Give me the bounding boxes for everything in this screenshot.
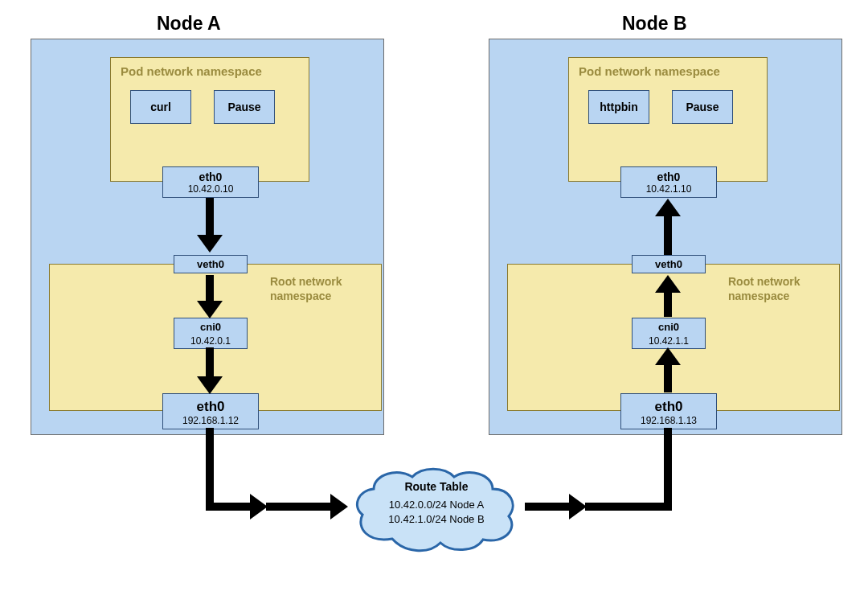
path-b-arrow1 [569,494,587,519]
cni0-a: cni0 10.42.0.1 [174,318,248,349]
route-2: 10.42.1.0/24 Node B [348,512,525,527]
path-b-h2 [585,503,672,511]
cni0-b: cni0 10.42.1.1 [632,318,706,349]
path-a-down [206,428,214,507]
node-b-pod-namespace: Pod network namespace httpbin Pause [568,57,768,182]
root-ns-label-b: Root networknamespace [728,274,825,303]
app-pause-a: Pause [214,90,275,124]
arrow-b-1-head [655,199,681,216]
arrow-a-2-head [197,301,223,318]
host-eth0-a-name: eth0 [163,394,258,415]
arrow-a-3-head [197,376,223,394]
cni0-a-name: cni0 [174,318,247,335]
cni0-b-ip: 10.42.1.1 [633,335,705,348]
path-a-arrow2 [330,494,348,519]
host-eth0-b-name: eth0 [621,394,716,415]
arrow-b-2-head [655,275,681,293]
path-b-h1 [525,503,571,511]
veth0-b: veth0 [632,255,706,273]
arrow-a-3-seg [206,347,214,378]
app-httpbin: httpbin [588,90,649,124]
veth0-b-name: veth0 [633,256,705,273]
cni0-b-name: cni0 [633,318,705,335]
title-node-b: Node B [622,13,687,35]
pod-eth0-b-ip: 10.42.1.10 [621,183,716,197]
host-eth0-b: eth0 192.168.1.13 [620,393,717,429]
pod-eth0-a: eth0 10.42.0.10 [162,166,259,198]
pod-eth0-b: eth0 10.42.1.10 [620,166,717,198]
path-b-up [664,428,672,511]
arrow-a-1-seg [206,198,214,236]
root-ns-label-a: Root networknamespace [270,274,366,303]
diagram-canvas: Node A Node B Pod network namespace curl… [0,0,868,616]
node-a-pod-namespace: Pod network namespace curl Pause [110,57,309,182]
veth0-a: veth0 [174,255,248,273]
host-eth0-a-ip: 192.168.1.12 [163,415,258,429]
path-a-arrow1 [250,494,268,519]
host-eth0-b-ip: 192.168.1.13 [621,415,716,429]
veth0-a-name: veth0 [174,256,247,273]
path-a-h1 [206,503,252,511]
cni0-a-ip: 10.42.0.1 [174,335,247,348]
pod-eth0-b-name: eth0 [621,167,716,183]
pod-eth0-a-ip: 10.42.0.10 [163,183,258,197]
title-node-a: Node A [157,13,221,35]
host-eth0-a: eth0 192.168.1.12 [162,393,259,429]
arrow-b-1-seg [664,215,672,255]
pod-eth0-a-name: eth0 [163,167,258,183]
path-a-h2 [266,503,332,511]
arrow-b-2-seg [664,291,672,317]
app-pause-b: Pause [672,90,733,124]
app-curl: curl [130,90,191,124]
route-table-title: Route Table [348,480,525,493]
route-1: 10.42.0.0/24 Node A [348,498,525,512]
arrow-b-3-head [655,347,681,365]
arrow-a-2-seg [206,275,214,302]
arrow-b-3-seg [664,363,672,392]
pod-ns-label-a: Pod network namespace [121,64,262,78]
route-table-cloud: Route Table 10.42.0.0/24 Node A 10.42.1.… [348,462,525,559]
arrow-a-1-head [197,235,223,253]
pod-ns-label-b: Pod network namespace [579,64,720,78]
